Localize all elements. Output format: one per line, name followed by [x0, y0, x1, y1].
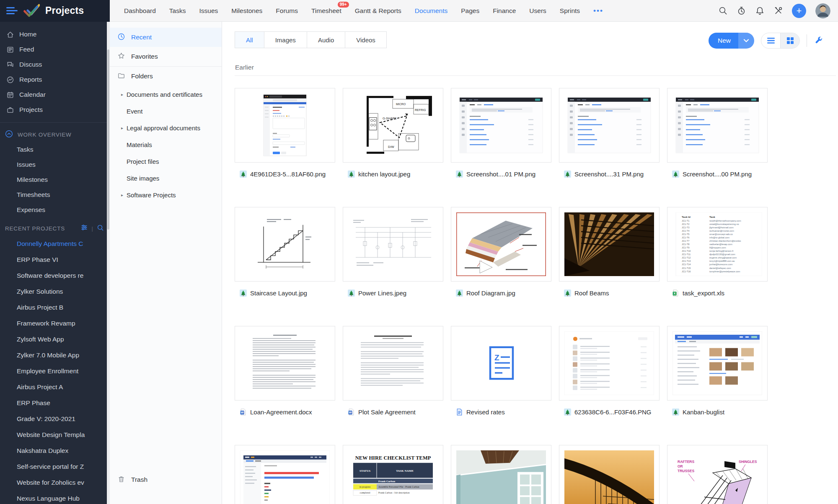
project-item-airbus-project-b[interactable]: Airbus Project B: [0, 300, 108, 315]
file-card[interactable]: 4E961DE3-5...81AF60.png: [235, 88, 335, 178]
work-overview-header[interactable]: WORK OVERVIEW: [0, 127, 110, 142]
file-thumbnail[interactable]: [343, 326, 443, 401]
sidebar-item-timesheets[interactable]: Timesheets: [0, 187, 110, 202]
tools-icon[interactable]: [773, 6, 783, 16]
new-button[interactable]: New: [709, 33, 754, 49]
subfolder-site-images[interactable]: Site images: [110, 170, 222, 186]
file-name[interactable]: Screenshot....00 PM.png: [683, 171, 752, 178]
file-card[interactable]: 623638C6-6...F03F46.PNG: [559, 326, 660, 416]
file-thumbnail[interactable]: [451, 445, 551, 504]
nav-item-documents[interactable]: Documents: [415, 7, 447, 15]
file-name[interactable]: Screenshot....01 PM.png: [466, 171, 535, 178]
sidebar-scrollbar[interactable]: [107, 22, 110, 504]
add-new-button[interactable]: +: [792, 4, 806, 18]
file-card[interactable]: NEW HIRE CHECKLIST TEMPSTATUSTASK NAMEFr…: [343, 445, 443, 504]
nav-item-sprints[interactable]: Sprints: [560, 7, 580, 15]
file-name[interactable]: 623638C6-6...F03F46.PNG: [574, 408, 651, 416]
nav-item-gantt-reports[interactable]: Gantt & Reports: [355, 7, 401, 15]
project-item-software-developers-re[interactable]: Software developers re: [0, 268, 108, 284]
subfolder-legal-approval-documents[interactable]: ▸Legal approval documents: [110, 119, 222, 136]
file-card[interactable]: Kanban-buglist: [667, 326, 768, 416]
expand-arrow-icon[interactable]: ▸: [121, 92, 123, 97]
project-search-icon[interactable]: [97, 224, 104, 233]
project-item-website-design-templa[interactable]: Website Design Templa: [0, 427, 108, 443]
tab-audio[interactable]: Audio: [307, 31, 345, 48]
nav-more-icon[interactable]: •••: [593, 7, 603, 15]
file-name[interactable]: Kanban-buglist: [683, 408, 724, 416]
sidebar-item-discuss[interactable]: Discuss: [0, 57, 110, 72]
settings-wrench-icon[interactable]: [814, 35, 825, 46]
notifications-bell-icon[interactable]: [755, 6, 764, 16]
project-item-airbus-project-a[interactable]: Airbus Project A: [0, 379, 108, 395]
sidebar-item-issues[interactable]: Issues: [0, 157, 110, 172]
file-card[interactable]: Power Lines.jpeg: [343, 207, 443, 297]
nav-item-timesheet[interactable]: Timesheet99+: [311, 7, 341, 15]
project-item-nakshatra-duplex[interactable]: Nakshatra Duplex: [0, 443, 108, 459]
trash-item[interactable]: Trash: [110, 470, 222, 489]
file-name[interactable]: 4E961DE3-5...81AF60.png: [250, 171, 326, 178]
file-thumbnail[interactable]: NEW HIRE CHECKLIST TEMPSTATUSTASK NAMEFr…: [343, 445, 443, 504]
file-name[interactable]: Screenshot....31 PM.png: [574, 171, 644, 178]
file-thumbnail[interactable]: [667, 326, 768, 401]
file-thumbnail[interactable]: Z: [451, 326, 551, 401]
filter-sliders-icon[interactable]: [80, 224, 88, 233]
file-thumbnail[interactable]: [235, 326, 335, 401]
tab-images[interactable]: Images: [264, 31, 307, 48]
file-thumbnail[interactable]: MICROREFRIGG-SHAPED/W: [343, 88, 443, 163]
file-name[interactable]: Staircase Layout.jpg: [250, 289, 307, 297]
file-card[interactable]: Roof Diagram.jpg: [451, 207, 551, 297]
file-card[interactable]: Staircase Layout.jpg: [235, 207, 335, 297]
file-name[interactable]: task_export.xls: [683, 289, 724, 297]
new-button-label[interactable]: New: [709, 33, 738, 49]
file-card[interactable]: Screenshot....01 PM.png: [451, 88, 551, 178]
file-thumbnail[interactable]: [451, 207, 551, 282]
user-avatar[interactable]: [815, 3, 830, 18]
file-card[interactable]: Task IdTaskJC1-T1ranjith@themathcompany.…: [667, 207, 768, 297]
file-thumbnail[interactable]: RAFTERSORTRUSSESSHINGLES: [667, 445, 768, 504]
project-item-erp-phase[interactable]: ERP Phase: [0, 395, 108, 411]
hamburger-menu-icon[interactable]: [6, 7, 18, 14]
file-thumbnail[interactable]: [235, 88, 335, 163]
sidebar-item-feed[interactable]: Feed: [0, 42, 110, 57]
file-card[interactable]: Screenshot....31 PM.png: [559, 88, 660, 178]
nav-item-tasks[interactable]: Tasks: [169, 7, 186, 15]
file-name[interactable]: Power Lines.jpeg: [358, 289, 406, 297]
file-name[interactable]: Plot Sale Agreement: [358, 408, 416, 416]
file-name[interactable]: kitchen layout.jpeg: [358, 171, 410, 178]
file-card[interactable]: Screenshot....00 PM.png: [667, 88, 768, 178]
file-card[interactable]: Roof Beams: [559, 207, 660, 297]
file-name[interactable]: Roof Diagram.jpg: [466, 289, 515, 297]
project-item-zylker-7-0-mobile-app[interactable]: Zylker 7.0 Mobile App: [0, 347, 108, 363]
sidebar-item-tasks[interactable]: Tasks: [0, 142, 110, 157]
folders-root-item[interactable]: Folders: [110, 67, 222, 86]
sidebar-item-calendar[interactable]: Calendar: [0, 87, 110, 102]
sidebar-item-projects[interactable]: Projects: [0, 102, 110, 117]
nav-item-pages[interactable]: Pages: [461, 7, 479, 15]
project-item-grade-v-2020-2021[interactable]: Grade V: 2020-2021: [0, 411, 108, 427]
project-item-zylker-solutions[interactable]: Zylker Solutions: [0, 284, 108, 300]
search-icon[interactable]: [718, 6, 727, 16]
file-card[interactable]: ZRevised rates: [451, 326, 551, 416]
file-card[interactable]: MICROREFRIGG-SHAPED/Wkitchen layout.jpeg: [343, 88, 443, 178]
favorites-filter-item[interactable]: Favorites: [110, 47, 222, 66]
nav-item-forums[interactable]: Forums: [276, 7, 298, 15]
file-card[interactable]: WPlot Sale Agreement: [343, 326, 443, 416]
file-card[interactable]: [235, 445, 335, 504]
file-card[interactable]: [559, 445, 660, 504]
tab-all[interactable]: All: [235, 31, 264, 48]
project-item-donnelly-apartments-c[interactable]: Donnelly Apartments C: [0, 236, 108, 252]
nav-item-users[interactable]: Users: [529, 7, 546, 15]
nav-item-dashboard[interactable]: Dashboard: [124, 7, 156, 15]
subfolder-event[interactable]: Event: [110, 103, 222, 119]
project-item-erp-phase-vi[interactable]: ERP Phase VI: [0, 252, 108, 268]
file-thumbnail[interactable]: Task IdTaskJC1-T1ranjith@themathcompany.…: [667, 207, 768, 282]
expand-arrow-icon[interactable]: ▸: [121, 126, 123, 130]
nav-item-issues[interactable]: Issues: [199, 7, 218, 15]
file-thumbnail[interactable]: [451, 88, 551, 163]
file-card[interactable]: RAFTERSORTRUSSESSHINGLES: [667, 445, 768, 504]
sidebar-item-home[interactable]: Home: [0, 27, 110, 42]
nav-item-milestones[interactable]: Milestones: [231, 7, 262, 15]
expand-arrow-icon[interactable]: ▸: [121, 193, 123, 197]
file-name[interactable]: Loan-Agreement.docx: [250, 408, 312, 416]
file-thumbnail[interactable]: [559, 445, 660, 504]
